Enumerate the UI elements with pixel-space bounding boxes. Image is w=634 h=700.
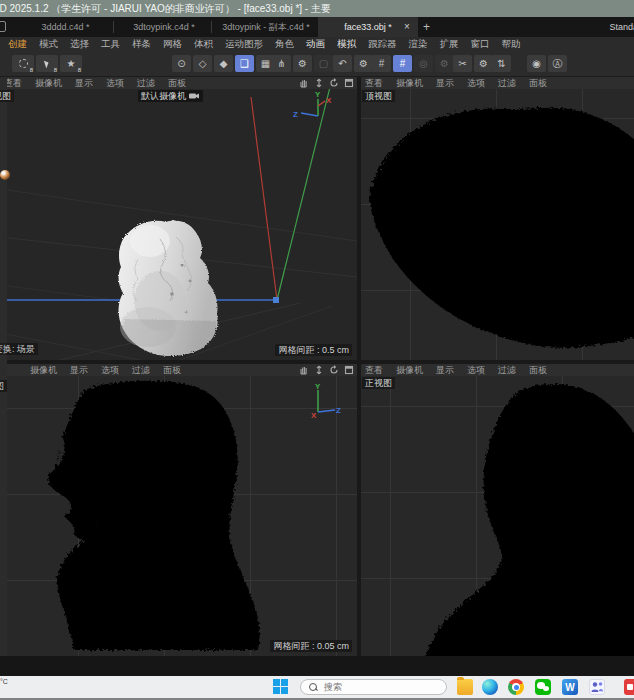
vp-menu-panel[interactable]: 面板 [529, 77, 547, 90]
undo-view-button[interactable]: ↶ [333, 55, 352, 72]
weather-widget-fragment[interactable]: °C [0, 677, 16, 697]
viewport-right[interactable]: 摄像机 显示 选项 过滤 面板 右视图 Y [0, 364, 357, 656]
workplane-button[interactable]: ▢ [314, 55, 333, 72]
file-explorer-icon[interactable] [457, 679, 473, 695]
chrome-browser-icon[interactable] [508, 679, 524, 695]
menu-mesh[interactable]: 网格 [163, 38, 182, 51]
material-ball-icon[interactable] [0, 170, 10, 180]
taskbar-search[interactable] [300, 679, 447, 695]
axis-settings-button[interactable]: ⚙ [293, 55, 312, 72]
menu-tools[interactable]: 工具 [101, 38, 120, 51]
viewport-front[interactable]: 查看 摄像机 显示 选项 过滤 面板 正视图 [361, 364, 634, 656]
rotate-view-icon[interactable] [329, 365, 339, 375]
rotate-view-icon[interactable] [329, 78, 339, 88]
menu-create[interactable]: 创建 [8, 38, 27, 51]
grid-button[interactable]: # [372, 55, 391, 72]
axis-mode-button[interactable]: ⋔ [272, 55, 291, 72]
rings-button[interactable]: ◎ [414, 55, 433, 72]
menu-extensions[interactable]: 扩展 [440, 38, 459, 51]
vp-menu-display[interactable]: 显示 [436, 77, 454, 90]
vp-menu-options[interactable]: 选项 [101, 364, 119, 377]
maximize-viewport-icon[interactable] [344, 78, 354, 88]
vp-menu-display[interactable]: 显示 [436, 364, 454, 377]
top-canvas[interactable]: 顶视图 [361, 89, 634, 360]
vp-menu-filter[interactable]: 过滤 [498, 364, 516, 377]
front-canvas[interactable]: 正视图 [361, 376, 634, 656]
vp-menu-display[interactable]: 显示 [75, 77, 93, 90]
menu-spline[interactable]: 样条 [132, 38, 151, 51]
wechat-icon[interactable] [535, 679, 551, 695]
vp-menu-view[interactable]: 查看 [365, 364, 383, 377]
word-icon[interactable]: W [562, 679, 578, 695]
world-x-axis [251, 97, 277, 300]
vp-menu-view[interactable]: 查看 [365, 77, 383, 90]
menu-tracker[interactable]: 跟踪器 [368, 38, 397, 51]
menu-help[interactable]: 帮助 [502, 38, 521, 51]
points-mode-button[interactable]: ⊙ [172, 55, 191, 72]
menu-animate[interactable]: 动画 [306, 38, 325, 51]
tab-face33-active[interactable]: face33.obj * [318, 17, 418, 37]
layout-selector[interactable]: Standa [609, 17, 634, 37]
vp-menu-panel[interactable]: 面板 [163, 364, 181, 377]
tab-add-icon[interactable]: + [423, 17, 430, 37]
tab-3dtoypink-copy[interactable]: 3dtoypink - 副本.c4d * [214, 17, 318, 37]
snap-grid-button[interactable]: # [393, 55, 412, 72]
undo-settings-button[interactable]: ⚙ [354, 55, 373, 72]
search-input[interactable] [322, 681, 422, 693]
dolly-icon[interactable] [314, 365, 324, 375]
vp-menu-camera[interactable]: 摄像机 [396, 77, 423, 90]
start-button[interactable] [273, 679, 289, 695]
knife-settings-button[interactable]: ⚙ [474, 55, 493, 72]
knife-button[interactable]: ✂ [453, 55, 472, 72]
vp-menu-options[interactable]: 选项 [467, 364, 485, 377]
vp-menu-panel[interactable]: 面板 [529, 364, 547, 377]
perspective-canvas[interactable]: Y X Z 透视视图 默认摄像机 变换: 场景 网格间距 : 0.5 cm [0, 89, 357, 360]
move-tool-button[interactable]: 8 [36, 55, 58, 72]
rings-settings-button[interactable]: ⚙ [435, 55, 454, 72]
menu-volume[interactable]: 体积 [194, 38, 213, 51]
hex-button[interactable]: ◉ [527, 55, 546, 72]
pan-hand-icon[interactable] [299, 365, 309, 375]
viewport-perspective[interactable]: 查看 摄像机 显示 选项 过滤 面板 [0, 77, 357, 360]
vp-menu-options[interactable]: 选项 [467, 77, 485, 90]
edges-mode-button[interactable]: ◇ [193, 55, 212, 72]
model-mode-button[interactable]: ❑ [235, 55, 254, 72]
menu-simulate[interactable]: 模拟 [337, 38, 356, 51]
camera-selector[interactable]: 默认摄像机 [138, 90, 203, 102]
dolly-icon[interactable] [314, 78, 324, 88]
tab-close-icon[interactable]: × [404, 17, 410, 37]
live-selection-button[interactable]: 8 [12, 55, 34, 72]
maximize-viewport-icon[interactable] [344, 365, 354, 375]
right-canvas[interactable]: 右视图 Y X Z 网格间距 : 0.05 cm [0, 376, 357, 656]
menu-window[interactable]: 窗口 [471, 38, 490, 51]
windows-taskbar: °C W [0, 676, 634, 698]
tab-3dddd[interactable]: 3dddd.c4d * [18, 17, 113, 37]
viewport-top[interactable]: 查看 摄像机 显示 选项 过滤 面板 顶视图 [361, 77, 634, 360]
menu-character[interactable]: 角色 [275, 38, 294, 51]
vp-menu-camera[interactable]: 摄像机 [35, 77, 62, 90]
swap-button[interactable]: ⇅ [492, 55, 511, 72]
polygons-mode-button[interactable]: ◆ [214, 55, 233, 72]
axis-gizmo: Y X Z [298, 382, 343, 422]
vp-menu-filter[interactable]: 过滤 [137, 77, 155, 90]
teams-icon[interactable] [589, 679, 605, 695]
vp-menu-options[interactable]: 选项 [106, 77, 124, 90]
vp-menu-panel[interactable]: 面板 [168, 77, 186, 90]
gear-icon: ⚙ [298, 58, 307, 69]
menu-mode[interactable]: 模式 [39, 38, 58, 51]
teams-people-glyph [590, 680, 604, 694]
scale-tool-button[interactable]: ★8 [60, 55, 82, 72]
tab-3dtoypink[interactable]: 3dtoypink.c4d * [118, 17, 210, 37]
vp-menu-filter[interactable]: 过滤 [498, 77, 516, 90]
menu-select[interactable]: 选择 [70, 38, 89, 51]
vp-menu-camera[interactable]: 摄像机 [396, 364, 423, 377]
pan-hand-icon[interactable] [299, 78, 309, 88]
vp-menu-filter[interactable]: 过滤 [132, 364, 150, 377]
menu-mograph[interactable]: 运动图形 [225, 38, 263, 51]
vp-menu-display[interactable]: 显示 [70, 364, 88, 377]
red-app-icon[interactable] [624, 679, 634, 695]
edge-browser-icon[interactable] [482, 679, 498, 695]
vp-menu-camera[interactable]: 摄像机 [30, 364, 57, 377]
menu-render[interactable]: 渲染 [409, 38, 428, 51]
auto-button[interactable]: Ⓐ [548, 55, 567, 72]
